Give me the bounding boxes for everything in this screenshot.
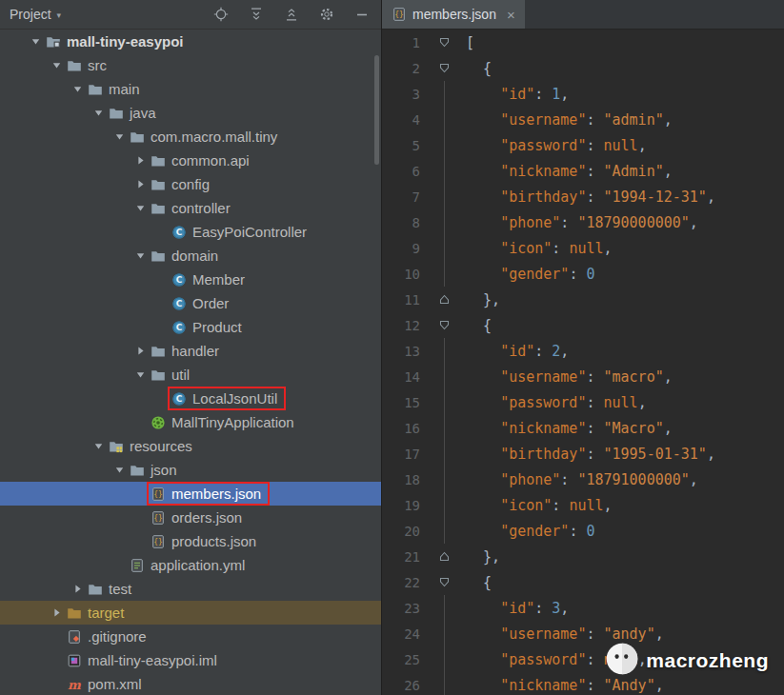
tree-row-src[interactable]: src — [0, 53, 381, 77]
code-line[interactable]: 10 "gender": 0 — [382, 261, 784, 287]
code-line[interactable]: 9 "icon": null, — [382, 235, 784, 261]
code-line[interactable]: 23 "id": 3, — [382, 595, 784, 621]
chevron-down-icon[interactable]: ▾ — [57, 10, 62, 20]
token: "id" — [500, 86, 534, 103]
svg-text:C: C — [176, 228, 183, 237]
code-editor[interactable]: 1[2 {3 "id": 1,4 "username": "admin",5 "… — [382, 30, 784, 695]
tree-row-domain[interactable]: domain — [0, 244, 381, 268]
code-line[interactable]: 13 "id": 2, — [382, 338, 784, 364]
code-line[interactable]: 6 "nickname": "Admin", — [382, 158, 784, 184]
token — [466, 137, 500, 154]
tree-row-main[interactable]: main — [0, 77, 381, 101]
chevron-expanded-icon[interactable] — [111, 125, 128, 149]
fold-region-start-icon[interactable] — [428, 55, 460, 81]
tree-row-mall-tiny-easypoi[interactable]: mall-tiny-easypoi — [0, 30, 381, 53]
tree-row-resources[interactable]: resources — [0, 434, 381, 458]
code-line[interactable]: 7 "birthday": "1994-12-31", — [382, 184, 784, 209]
code-line[interactable]: 17 "birthday": "1995-01-31", — [382, 441, 784, 467]
settings-gear-icon[interactable] — [319, 7, 334, 22]
chevron-expanded-icon[interactable] — [131, 363, 149, 387]
code-line[interactable]: 11 }, — [382, 287, 784, 312]
tree-row-member[interactable]: CMember — [0, 268, 381, 291]
chevron-expanded-icon[interactable] — [90, 434, 107, 458]
tree-row-malltinyapplication[interactable]: MallTinyApplication — [0, 410, 381, 434]
chevron-collapsed-icon[interactable] — [131, 172, 149, 196]
token — [466, 214, 500, 231]
tree-row-easypoicontroller[interactable]: CEasyPoiController — [0, 220, 381, 244]
tree-row-pom-xml[interactable]: mpom.xml — [0, 672, 381, 695]
expand-all-icon[interactable] — [249, 7, 264, 22]
tree-row--gitignore[interactable]: .gitignore — [0, 625, 381, 648]
tree-row-application-yml[interactable]: application.yml — [0, 553, 381, 577]
tree-row-products-json[interactable]: {}products.json — [0, 529, 381, 553]
fold-region-end-icon[interactable] — [428, 544, 460, 569]
tree-row-java[interactable]: java — [0, 101, 381, 125]
tree-row-product[interactable]: CProduct — [0, 315, 381, 339]
code-line-text: "nickname": "Admin", — [460, 163, 673, 180]
tree-row-target[interactable]: target — [0, 601, 381, 625]
tree-row-util[interactable]: util — [0, 363, 381, 387]
select-opened-file-icon[interactable] — [213, 7, 229, 22]
chevron-collapsed-icon[interactable] — [131, 339, 149, 363]
code-line[interactable]: 15 "password": null, — [382, 389, 784, 415]
code-line[interactable]: 2 { — [382, 55, 784, 81]
tree-row-config[interactable]: config — [0, 172, 381, 196]
chevron-collapsed-icon[interactable] — [69, 577, 86, 601]
chevron-expanded-icon[interactable] — [131, 244, 149, 268]
code-line-text: { — [460, 574, 492, 591]
token: "username" — [500, 111, 586, 129]
tree-row-orders-json[interactable]: {}orders.json — [0, 506, 381, 529]
tree-row-members-json[interactable]: {}members.json — [0, 482, 381, 506]
tree-row-mall-tiny-easypoi-iml[interactable]: mall-tiny-easypoi.iml — [0, 648, 381, 672]
chevron-collapsed-icon[interactable] — [131, 149, 149, 172]
tree-row-content: json — [128, 460, 184, 480]
code-line[interactable]: 1[ — [382, 30, 784, 55]
fold-region-start-icon[interactable] — [428, 312, 460, 338]
json-file-icon: {} — [151, 534, 166, 549]
code-line[interactable]: 18 "phone": "18791000000", — [382, 467, 784, 492]
code-line[interactable]: 8 "phone": "18790000000", — [382, 209, 784, 235]
tree-scrollbar[interactable] — [374, 55, 379, 165]
code-line[interactable]: 20 "gender": 0 — [382, 518, 784, 544]
tree-row-test[interactable]: test — [0, 577, 381, 601]
chevron-expanded-icon[interactable] — [90, 101, 107, 125]
code-line[interactable]: 3 "id": 1, — [382, 81, 784, 107]
chevron-spacer — [48, 648, 65, 672]
tree-item-label: test — [109, 581, 131, 597]
chevron-collapsed-icon[interactable] — [48, 601, 65, 625]
tree-row-content: {}orders.json — [149, 507, 249, 527]
tree-row-com-macro-mall-tiny[interactable]: com.macro.mall.tiny — [0, 125, 381, 149]
collapse-all-icon[interactable] — [284, 7, 299, 22]
chevron-expanded-icon[interactable] — [131, 196, 149, 220]
code-line[interactable]: 22 { — [382, 569, 784, 595]
fold-region-start-icon[interactable] — [428, 569, 460, 595]
code-line[interactable]: 21 }, — [382, 544, 784, 569]
tree-row-content: com.macro.mall.tiny — [128, 127, 284, 147]
tree-row-json[interactable]: json — [0, 458, 381, 482]
chevron-expanded-icon[interactable] — [69, 77, 86, 101]
code-line[interactable]: 16 "nickname": "Macro", — [382, 415, 784, 441]
tree-row-order[interactable]: COrder — [0, 291, 381, 315]
code-line[interactable]: 12 { — [382, 312, 784, 338]
code-line[interactable]: 4 "username": "admin", — [382, 107, 784, 132]
token: , — [664, 420, 673, 437]
tree-row-localjsonutil[interactable]: CLocalJsonUtil — [0, 387, 381, 410]
chevron-expanded-icon[interactable] — [48, 53, 65, 77]
code-line[interactable]: 5 "password": null, — [382, 132, 784, 158]
code-line[interactable]: 14 "username": "macro", — [382, 364, 784, 389]
code-line[interactable]: 19 "icon": null, — [382, 492, 784, 518]
hide-panel-icon[interactable] — [354, 7, 370, 22]
token: "birthday" — [500, 446, 586, 463]
resources-folder-icon — [109, 439, 124, 454]
tree-row-common-api[interactable]: common.api — [0, 149, 381, 172]
tab-members-json[interactable]: {} members.json × — [382, 0, 525, 29]
tree-row-controller[interactable]: controller — [0, 196, 381, 220]
tree-row-handler[interactable]: handler — [0, 339, 381, 363]
chevron-spacer — [152, 315, 170, 339]
chevron-expanded-icon[interactable] — [111, 458, 128, 482]
project-panel-title[interactable]: Project — [10, 7, 51, 22]
chevron-expanded-icon[interactable] — [27, 30, 44, 53]
fold-region-start-icon[interactable] — [428, 30, 460, 55]
fold-region-end-icon[interactable] — [428, 287, 460, 312]
close-icon[interactable]: × — [507, 8, 515, 22]
